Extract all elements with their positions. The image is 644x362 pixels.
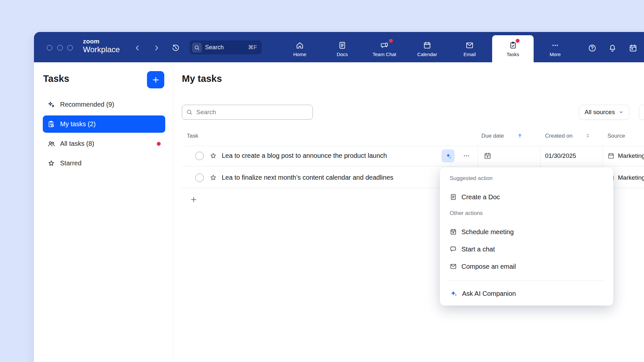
mini-calendar-button[interactable] [628, 43, 637, 53]
add-due-date-button[interactable] [483, 152, 492, 160]
ai-companion-icon [450, 290, 458, 297]
tasks-icon [509, 41, 517, 50]
task-search-input[interactable] [196, 108, 309, 116]
plus-icon [190, 196, 198, 204]
sources-filter-dropdown[interactable]: All sources [579, 105, 629, 120]
menu-item-compose-email[interactable]: Compose an email [447, 259, 606, 274]
task-complete-radio[interactable] [195, 173, 204, 182]
tab-docs[interactable]: Docs [326, 35, 359, 62]
more-icon [551, 41, 559, 50]
sort-both-icon[interactable] [585, 133, 590, 138]
plus-icon [152, 76, 160, 84]
column-header-task[interactable]: Task [187, 133, 198, 139]
nav-back-button[interactable] [133, 43, 142, 53]
page-title: My tasks [182, 73, 222, 84]
table-header-divider [182, 146, 644, 146]
global-search[interactable]: Search ⌘F [190, 40, 262, 54]
row-more-button[interactable] [462, 152, 471, 160]
menu-item-start-chat[interactable]: Start a chat [447, 242, 606, 256]
menu-item-create-doc[interactable]: Create a Doc [447, 190, 606, 204]
source-value: Marketing [618, 174, 644, 181]
mini-calendar-icon [629, 44, 637, 53]
tab-team-chat[interactable]: Team Chat [368, 35, 401, 62]
chevron-right-icon [153, 44, 160, 52]
add-task-inline-button[interactable] [189, 195, 198, 204]
logo-zoom: zoom [83, 38, 120, 44]
history-button[interactable] [171, 43, 180, 53]
tab-calendar[interactable]: Calendar [411, 35, 443, 62]
task-title[interactable]: Lea to finalize next month’s content cal… [222, 174, 394, 181]
docs-icon [338, 41, 346, 50]
search-icon [194, 45, 200, 51]
task-complete-radio[interactable] [195, 152, 204, 160]
my-tasks-icon [47, 120, 55, 128]
people-icon [47, 140, 55, 148]
star-icon [209, 174, 217, 182]
task-search [182, 105, 313, 120]
sort-ascending-icon[interactable] [517, 133, 523, 139]
zoom-workplace-logo: zoom Workplace [83, 38, 120, 53]
window-control-3[interactable] [67, 45, 73, 51]
envelope-icon [450, 263, 457, 270]
ellipsis-icon [463, 152, 470, 159]
menu-section-other: Other actions [450, 210, 483, 217]
nav-forward-button[interactable] [152, 43, 161, 53]
notifications-button[interactable] [608, 43, 617, 53]
star-toggle[interactable] [209, 173, 217, 182]
menu-item-ask-ai-companion[interactable]: Ask AI Companion [447, 286, 606, 301]
chevron-left-icon [134, 44, 141, 52]
team-chat-badge [389, 39, 393, 43]
sparkles-icon [47, 101, 55, 109]
home-icon [296, 41, 304, 50]
tab-email[interactable]: Email [453, 35, 486, 62]
tab-tasks[interactable]: Tasks [492, 35, 534, 62]
star-toggle[interactable] [209, 152, 217, 160]
sidebar-item-all-tasks[interactable]: All tasks (8) [43, 135, 165, 152]
sidebar-item-starred[interactable]: Starred [43, 155, 165, 172]
tab-home[interactable]: Home [283, 35, 316, 62]
column-header-source[interactable]: Source [607, 133, 625, 139]
tab-more[interactable]: More [539, 35, 572, 62]
sidebar-title: Tasks [43, 73, 69, 84]
tasks-badge [516, 39, 520, 43]
partial-filter-button[interactable] [639, 105, 644, 120]
star-icon [47, 159, 55, 167]
all-tasks-badge [157, 142, 161, 146]
calendar-plus-icon [450, 228, 457, 235]
menu-divider [449, 280, 604, 280]
ai-sparkle-icon [445, 153, 452, 159]
menu-item-schedule-meeting[interactable]: Schedule meeting [447, 225, 606, 239]
sidebar-item-my-tasks[interactable]: My tasks (2) [43, 115, 165, 133]
help-icon [588, 44, 597, 53]
team-chat-icon [380, 41, 389, 50]
tasks-sidebar: Tasks Recommended (9) My tasks (2) [34, 62, 173, 362]
source-value: Marketing [618, 152, 644, 159]
calendar-icon [423, 41, 431, 50]
help-button[interactable] [588, 43, 597, 53]
row-divider-1 [182, 166, 644, 166]
source-calendar-icon [607, 152, 615, 159]
column-header-created-on[interactable]: Created on [545, 133, 572, 139]
calendar-plus-icon [484, 152, 491, 160]
zoom-workplace-window: zoom Workplace Search ⌘F [34, 32, 644, 362]
ai-actions-button[interactable] [442, 149, 455, 162]
global-search-placeholder: Search [205, 44, 224, 51]
task-title[interactable]: Lea to create a blog post to announce th… [222, 152, 387, 159]
window-control-2[interactable] [57, 45, 63, 51]
task-actions-menu: Suggested action Create a Doc Other acti… [440, 167, 613, 306]
new-task-button[interactable] [147, 71, 164, 88]
logo-workplace: Workplace [83, 46, 120, 53]
search-icon [186, 109, 193, 115]
star-icon [209, 152, 217, 160]
chevron-down-icon [619, 110, 624, 115]
doc-icon [450, 193, 457, 201]
column-header-due-date[interactable]: Due date [481, 133, 504, 139]
bell-icon [608, 44, 617, 53]
sidebar-item-recommended[interactable]: Recommended (9) [43, 96, 165, 113]
my-tasks-panel: My tasks All sources Task Due date Creat… [173, 62, 644, 362]
menu-section-suggested: Suggested action [450, 175, 492, 182]
global-search-shortcut: ⌘F [248, 44, 257, 51]
chat-bubble-icon [450, 246, 457, 253]
created-on-value: 01/30/2025 [545, 152, 576, 159]
window-control-1[interactable] [47, 45, 52, 51]
